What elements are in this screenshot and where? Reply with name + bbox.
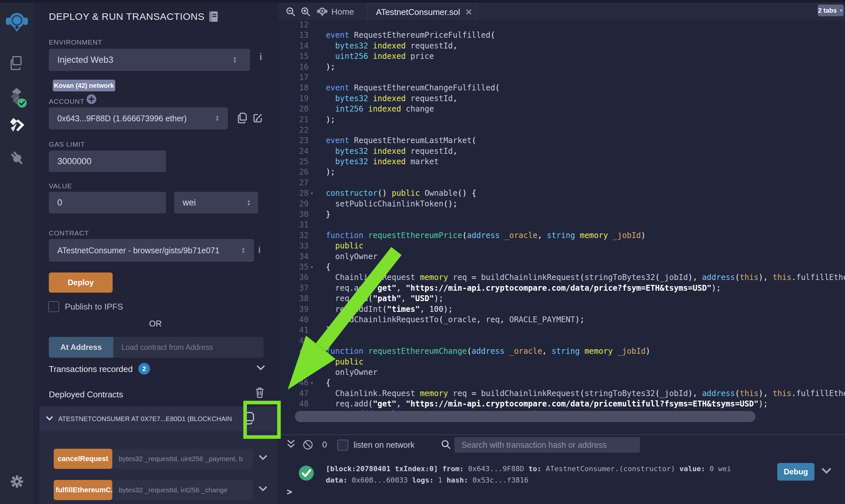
line-number[interactable]: 13 — [279, 30, 309, 40]
cancelrequest-button[interactable]: cancelRequest — [54, 449, 112, 469]
terminal-prompt[interactable]: > — [287, 486, 292, 497]
code-line[interactable]: 41 } — [279, 325, 845, 335]
terminal-search-input[interactable]: Search with transaction hash or address — [454, 437, 640, 453]
plugin-manager-icon[interactable] — [0, 149, 34, 167]
terminal-expand-icon[interactable] — [287, 439, 295, 451]
close-tab-icon[interactable]: ✕ — [465, 7, 472, 17]
line-number[interactable]: 38 — [279, 293, 309, 304]
line-number[interactable]: 48 — [279, 399, 309, 409]
code-line[interactable]: 45 onlyOwner — [279, 367, 845, 378]
line-number[interactable]: 47 — [279, 388, 309, 399]
line-number[interactable]: 39 — [279, 304, 309, 314]
horizontal-scrollbar[interactable] — [295, 411, 756, 422]
line-number[interactable]: 28▾ — [279, 188, 309, 198]
line-number[interactable]: 27 — [279, 178, 309, 188]
contract-info-icon[interactable]: i — [258, 245, 261, 255]
code-line[interactable]: 31 — [279, 219, 845, 230]
tx-expand-icon[interactable] — [822, 468, 831, 475]
contract-expand-icon[interactable] — [46, 416, 53, 422]
line-number[interactable]: 43 — [279, 346, 309, 356]
code-line[interactable]: 13 event RequestEthereumPriceFulfilled( — [279, 30, 845, 40]
line-number[interactable]: 14 — [279, 41, 309, 51]
code-line[interactable]: 40 sendChainlinkRequestTo(_oracle, req, … — [279, 314, 845, 325]
code-line[interactable]: 29 setPublicChainlinkToken(); — [279, 199, 845, 209]
account-select-arrows[interactable]: ▲▼ — [215, 114, 219, 122]
line-number[interactable]: 45 — [279, 367, 309, 378]
line-number[interactable]: 26 — [279, 167, 309, 177]
tx-log[interactable]: [block:20780401 txIndex:0] from: 0x643..… — [326, 463, 731, 486]
copy-contract-address-icon[interactable] — [242, 411, 256, 427]
zoom-out-icon[interactable] — [286, 6, 296, 18]
code-line[interactable]: 20 int256 indexed change — [279, 104, 845, 114]
line-number[interactable]: 17 — [279, 72, 309, 83]
code-line[interactable]: 33 public — [279, 240, 845, 251]
cancelrequest-expand-icon[interactable] — [259, 454, 267, 462]
code-line[interactable]: 27 — [279, 178, 845, 188]
code-line[interactable]: 46▾ { — [279, 378, 845, 388]
value-input[interactable]: 0 — [49, 192, 166, 213]
line-number[interactable]: 18 — [279, 83, 309, 93]
code-line[interactable]: 15 uint256 indexed price — [279, 51, 845, 61]
code-line[interactable]: 39 req.addInt("times", 100); — [279, 304, 845, 314]
sign-message-icon[interactable] — [252, 112, 263, 125]
line-number[interactable]: 44 — [279, 357, 309, 367]
contract-select[interactable]: ATestnetConsumer - browser/gists/9b71e07… — [49, 239, 254, 262]
documentation-icon[interactable] — [209, 11, 219, 23]
line-number[interactable]: 19 — [279, 93, 309, 104]
transactions-collapse-icon[interactable] — [257, 365, 265, 372]
code-line[interactable]: 38 req.add("path", "USD"); — [279, 293, 845, 304]
line-number[interactable]: 12 — [279, 20, 309, 30]
code-line[interactable]: 12 — [279, 20, 845, 30]
listen-network-checkbox[interactable] — [337, 439, 348, 451]
fold-marker-icon[interactable]: ▾ — [311, 188, 313, 198]
publish-ipfs-checkbox[interactable] — [48, 301, 59, 312]
clear-deployed-trash-icon[interactable] — [255, 386, 265, 399]
code-line[interactable]: 42 — [279, 336, 845, 346]
line-number[interactable]: 22 — [279, 125, 309, 135]
code-line[interactable]: 23 event RequestEthereumLastMarket( — [279, 135, 845, 146]
add-account-icon[interactable] — [86, 94, 97, 106]
code-line[interactable]: 36 Chainlink.Request memory req = buildC… — [279, 272, 845, 283]
line-number[interactable]: 41 — [279, 325, 309, 335]
code-line[interactable]: 35▾ { — [279, 262, 845, 272]
code-line[interactable]: 21 ); — [279, 114, 845, 125]
line-number[interactable]: 24 — [279, 146, 309, 157]
line-number[interactable]: 40 — [279, 314, 309, 325]
copy-account-icon[interactable] — [237, 112, 248, 126]
code-line[interactable]: 22 — [279, 125, 845, 135]
environment-select[interactable]: Injected Web3 — [49, 49, 250, 71]
code-line[interactable]: 24 bytes32 indexed requestId, — [279, 146, 845, 157]
fold-marker-icon[interactable]: ▾ — [311, 378, 313, 388]
file-explorer-icon[interactable] — [0, 55, 34, 72]
line-number[interactable]: 37 — [279, 283, 309, 293]
fulfillethereumchange-button[interactable]: fulfillEthereumC... — [54, 480, 112, 500]
code-line[interactable]: 19 bytes32 indexed requestId, — [279, 93, 845, 104]
code-line[interactable]: 43 function requestEthereumChange(addres… — [279, 346, 845, 356]
code-line[interactable]: 44 public — [279, 357, 845, 367]
line-number[interactable]: 30 — [279, 209, 309, 219]
environment-info-icon[interactable]: i — [259, 51, 262, 62]
code-line[interactable]: 32 function requestEthereumPrice(address… — [279, 230, 845, 240]
clear-console-icon[interactable] — [303, 439, 313, 451]
code-line[interactable]: 37 req.add("get", "https://min-api.crypt… — [279, 283, 845, 293]
code-line[interactable]: 16 ); — [279, 62, 845, 72]
solidity-compiler-icon[interactable] — [0, 87, 34, 108]
deploy-button[interactable]: Deploy — [49, 272, 113, 293]
account-select[interactable]: 0x643...9F88D (1.666673996 ether) — [49, 107, 228, 129]
line-number[interactable]: 31 — [279, 219, 309, 230]
tab-atestnetconsumer[interactable]: ATestnetConsumer.sol ✕ — [367, 4, 477, 20]
value-unit-select[interactable]: wei — [174, 192, 258, 213]
code-line[interactable]: 47 Chainlink.Request memory req = buildC… — [279, 388, 845, 399]
code-line[interactable]: 48 req.add("get", "https://min-api.crypt… — [279, 399, 845, 409]
line-number[interactable]: 15 — [279, 51, 309, 61]
gas-limit-input[interactable]: 3000000 — [49, 150, 166, 172]
remix-logo-icon[interactable] — [0, 10, 34, 34]
code-line[interactable]: 34 onlyOwner — [279, 251, 845, 262]
tabs-count-dropdown[interactable]: 2 tabs ▼ — [818, 4, 844, 16]
tab-home[interactable]: Home — [331, 7, 354, 17]
line-number[interactable]: 42 — [279, 336, 309, 346]
deploy-run-icon[interactable] — [0, 117, 34, 134]
line-number[interactable]: 16 — [279, 62, 309, 72]
code-line[interactable]: 30 } — [279, 209, 845, 219]
line-number[interactable]: 29 — [279, 199, 309, 209]
